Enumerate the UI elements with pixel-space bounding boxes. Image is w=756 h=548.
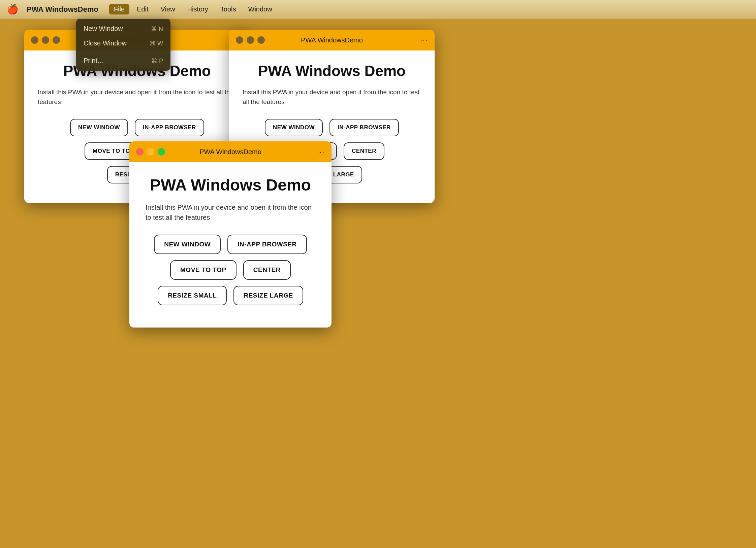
- tl-yellow-2[interactable]: [247, 36, 254, 44]
- menu-item-print-shortcut: ⌘ P: [151, 57, 163, 65]
- tl-red-2[interactable]: [236, 36, 243, 44]
- traffic-lights-2: [236, 36, 265, 44]
- traffic-lights-3: [136, 148, 165, 156]
- menubar-items: File Edit View History Tools Window: [109, 4, 277, 14]
- btn-inapp-browser-3[interactable]: IN-APP BROWSER: [227, 235, 307, 254]
- pwa-app-title-2: PWA Windows Demo: [243, 63, 421, 79]
- tl-red-3[interactable]: [136, 148, 144, 156]
- apple-icon[interactable]: 🍎: [7, 4, 19, 15]
- pwa-subtitle-3: Install this PWA in your device and open…: [146, 202, 315, 222]
- menu-item-close-window[interactable]: Close Window ⌘ W: [76, 36, 170, 50]
- menubar-file[interactable]: File: [109, 4, 129, 14]
- menubar-history[interactable]: History: [183, 4, 213, 14]
- menubar-window[interactable]: Window: [244, 4, 277, 14]
- menu-item-new-window-shortcut: ⌘ N: [151, 25, 163, 33]
- titlebar-3: PWA WindowsDemo ···: [129, 141, 332, 162]
- window-title-3: PWA WindowsDemo: [199, 148, 261, 156]
- menu-item-close-window-label: Close Window: [84, 39, 127, 47]
- btn-move-top-3[interactable]: MOVE TO TOP: [170, 260, 237, 280]
- btn-row-2-1: NEW WINDOW IN-APP BROWSER: [243, 119, 421, 136]
- btn-row-3-2: MOVE TO TOP CENTER: [146, 260, 315, 280]
- titlebar-2: PWA WindowsDemo ···: [229, 30, 435, 50]
- menu-item-close-window-shortcut: ⌘ W: [150, 40, 163, 47]
- tl-yellow-3[interactable]: [147, 148, 154, 156]
- pwa-app-title-3: PWA Windows Demo: [146, 176, 315, 194]
- btn-inapp-browser-1[interactable]: IN-APP BROWSER: [135, 119, 204, 136]
- traffic-lights-1: [31, 36, 60, 44]
- tl-red-1[interactable]: [31, 36, 38, 44]
- window-title-2: PWA WindowsDemo: [301, 36, 363, 44]
- btn-center-3[interactable]: CENTER: [243, 260, 291, 280]
- tl-green-2[interactable]: [257, 36, 265, 44]
- menu-item-print-label: Print…: [84, 57, 104, 65]
- btn-row-3-3: RESIZE SMALL RESIZE LARGE: [146, 286, 315, 305]
- menubar-view[interactable]: View: [156, 4, 180, 14]
- window-more-2[interactable]: ···: [420, 36, 428, 44]
- window-content-3: PWA Windows Demo Install this PWA in you…: [129, 162, 332, 328]
- menubar-edit[interactable]: Edit: [132, 4, 153, 14]
- menu-item-print[interactable]: Print… ⌘ P: [76, 54, 170, 68]
- btn-resize-small-3[interactable]: RESIZE SMALL: [158, 286, 227, 305]
- pwa-subtitle-2: Install this PWA in your device and open…: [243, 88, 421, 107]
- btn-resize-large-3[interactable]: RESIZE LARGE: [233, 286, 303, 305]
- tl-yellow-1[interactable]: [42, 36, 49, 44]
- tl-green-3[interactable]: [158, 148, 165, 156]
- menu-divider: [76, 52, 170, 52]
- menubar-tools[interactable]: Tools: [216, 4, 241, 14]
- pwa-window-3: PWA WindowsDemo ··· PWA Windows Demo Ins…: [129, 141, 332, 328]
- menu-item-new-window-label: New Window: [84, 25, 123, 33]
- tl-green-1[interactable]: [53, 36, 60, 44]
- menubar: 🍎 PWA WindowsDemo File Edit View History…: [0, 0, 756, 19]
- btn-row-1-1: NEW WINDOW IN-APP BROWSER: [38, 119, 237, 136]
- app-name: PWA WindowsDemo: [27, 5, 98, 14]
- btn-inapp-browser-2[interactable]: IN-APP BROWSER: [329, 119, 399, 136]
- pwa-subtitle-1: Install this PWA in your device and open…: [38, 88, 237, 107]
- btn-new-window-2[interactable]: NEW WINDOW: [265, 119, 323, 136]
- menu-item-new-window[interactable]: New Window ⌘ N: [76, 22, 170, 36]
- btn-new-window-1[interactable]: NEW WINDOW: [70, 119, 128, 136]
- file-dropdown-menu: New Window ⌘ N Close Window ⌘ W Print… ⌘…: [76, 19, 170, 71]
- btn-center-2[interactable]: CENTER: [344, 142, 384, 160]
- window-more-3[interactable]: ···: [317, 148, 325, 156]
- btn-row-3-1: NEW WINDOW IN-APP BROWSER: [146, 235, 315, 254]
- btn-new-window-3[interactable]: NEW WINDOW: [154, 235, 221, 254]
